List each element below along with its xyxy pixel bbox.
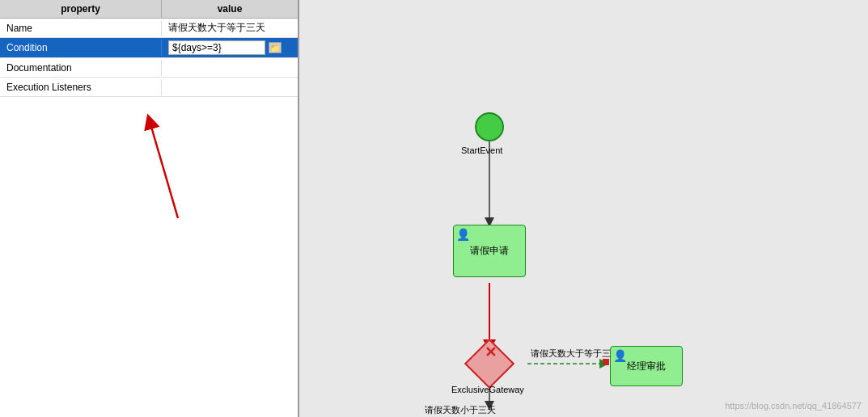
browse-icon[interactable]: 📁 <box>269 42 282 53</box>
value-name: 请假天数大于等于三天 <box>162 19 298 37</box>
start-event[interactable] <box>475 112 504 141</box>
table-header: property value <box>0 0 298 19</box>
bpmn-canvas: StartEvent 👤 请假申请 ✕ ExclusiveGateway 请假天… <box>299 0 868 417</box>
gateway-x-icon: ✕ <box>485 343 497 361</box>
start-event-label: StartEvent <box>461 145 502 155</box>
annotation-arrow-svg <box>0 97 299 259</box>
condition-input[interactable] <box>168 40 265 55</box>
value-execution-listeners <box>162 85 298 90</box>
condition-label-gte: 请假天数大于等于三天 <box>531 348 620 360</box>
row-execution-listeners[interactable]: Execution Listeners <box>0 78 298 97</box>
gateway-shape: ✕ <box>464 339 514 389</box>
svg-rect-8 <box>603 359 609 365</box>
gateway-label: ExclusiveGateway <box>451 385 524 394</box>
property-condition-label: Condition <box>0 40 162 56</box>
value-column-header: value <box>162 0 298 18</box>
property-execution-listeners-label: Execution Listeners <box>0 79 162 95</box>
property-column-header: property <box>0 0 162 18</box>
main-container: property value Name 请假天数大于等于三天 Condition… <box>0 0 868 417</box>
task-manager-approve[interactable]: 👤 经理审批 <box>610 346 683 386</box>
value-documentation <box>162 65 298 70</box>
value-condition: 📁 <box>162 38 298 57</box>
arrow-annotation <box>0 97 298 417</box>
properties-panel: property value Name 请假天数大于等于三天 Condition… <box>0 0 299 417</box>
svg-line-1 <box>150 121 178 218</box>
property-documentation-label: Documentation <box>0 60 162 76</box>
task-leave-apply[interactable]: 👤 请假申请 <box>453 225 526 277</box>
task-user-icon: 👤 <box>456 228 470 241</box>
row-documentation[interactable]: Documentation <box>0 58 298 78</box>
property-name-label: Name <box>0 20 162 36</box>
task-manager-icon: 👤 <box>613 349 627 362</box>
watermark: https://blog.csdn.net/qq_41864577 <box>725 401 862 411</box>
row-name[interactable]: Name 请假天数大于等于三天 <box>0 19 298 38</box>
condition-label-lt: 请假天数小于三天 <box>425 404 496 416</box>
row-condition[interactable]: Condition 📁 <box>0 38 298 58</box>
